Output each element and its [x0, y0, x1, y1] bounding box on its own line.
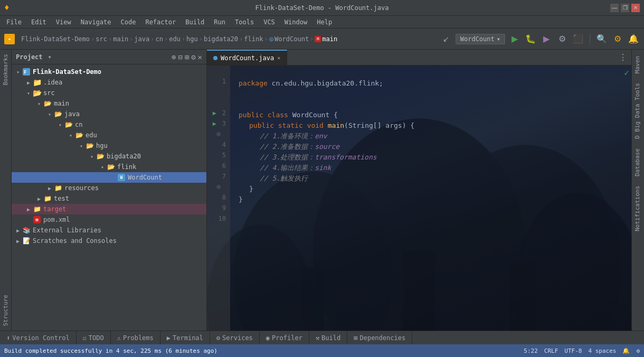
- right-panel-bigdata[interactable]: D Big Data Tools: [632, 79, 644, 143]
- wordcount-file-icon: W: [117, 173, 126, 182]
- coverage-button[interactable]: ▶: [540, 33, 553, 45]
- tree-label-target: target: [43, 205, 66, 213]
- tree-arrow-main: ▾: [35, 99, 43, 108]
- tree-item-test[interactable]: ▶ 📁 test: [12, 193, 206, 204]
- run-config-dropdown[interactable]: WordCount ▾: [456, 34, 505, 44]
- panel-hide-icon[interactable]: ✕: [198, 53, 202, 61]
- code-line-main: public static void main ( String [] args…: [239, 120, 623, 131]
- editor-tab-wordcount[interactable]: WordCount.java ✕: [207, 50, 287, 65]
- menu-refactor[interactable]: Refactor: [141, 17, 180, 27]
- menu-vcs[interactable]: VCS: [259, 17, 279, 27]
- run-button[interactable]: ▶: [508, 33, 521, 45]
- bottom-tab-profiler[interactable]: ◉ Profiler: [260, 331, 309, 344]
- menu-navigate[interactable]: Navigate: [77, 17, 116, 27]
- collapse-all-icon[interactable]: ⊞: [185, 53, 189, 61]
- tree-item-cn[interactable]: ▾ 📂 cn: [12, 119, 206, 130]
- tree-item-flink[interactable]: ▾ 📂 flink: [12, 162, 206, 172]
- breadcrumb-method[interactable]: main: [322, 35, 337, 43]
- breadcrumb-hgu[interactable]: hgu: [186, 35, 198, 43]
- tree-item-pom[interactable]: ▶ m pom.xml: [12, 214, 206, 225]
- code-content[interactable]: ✓ package cn.edu.hgu.bigdata20.flink; pu…: [230, 65, 631, 331]
- breadcrumb-java[interactable]: java: [134, 35, 149, 43]
- breadcrumb-src[interactable]: src: [96, 35, 107, 43]
- bottom-tab-services[interactable]: ⚙ Services: [210, 331, 260, 344]
- tree-item-src[interactable]: ▾ 📂 src: [12, 88, 206, 98]
- tree-item-ext-libs[interactable]: ▶ 📚 External Libraries: [12, 225, 206, 236]
- tree-item-edu[interactable]: ▾ 📂 edu: [12, 130, 206, 140]
- tree-item-wordcount[interactable]: ▶ W WordCount: [12, 172, 206, 183]
- menu-run[interactable]: Run: [210, 17, 230, 27]
- status-line-col[interactable]: 5:22: [524, 347, 538, 354]
- right-panel-notifications[interactable]: Notifications: [632, 182, 644, 236]
- close-button[interactable]: ✕: [631, 4, 640, 12]
- menu-edit[interactable]: Edit: [27, 17, 51, 27]
- breadcrumb-flink[interactable]: flink: [244, 35, 263, 43]
- code-editor[interactable]: 1 ▶ 2 ▶ 3 4 5 6 7 8 9 10: [207, 65, 631, 331]
- tree-item-java-dir[interactable]: ▾ 📂 java: [12, 109, 206, 119]
- status-bar: Build completed successfully in 4 sec, 2…: [0, 344, 644, 357]
- project-dropdown-arrow[interactable]: ▾: [48, 53, 52, 61]
- breadcrumb-wordcount[interactable]: WordCount: [274, 35, 309, 43]
- breadcrumb-bigdata20[interactable]: bigdata20: [204, 35, 238, 43]
- menu-view[interactable]: View: [52, 17, 75, 27]
- tree-label-cn: cn: [75, 121, 82, 128]
- tree-item-resources[interactable]: ▶ 📁 resources: [12, 183, 206, 193]
- tree-item-scratches[interactable]: ▶ 📝 Scratches and Consoles: [12, 236, 206, 246]
- profile-button[interactable]: ⚙: [556, 33, 569, 45]
- stop-button[interactable]: ⬛: [572, 33, 584, 45]
- bottom-tab-build[interactable]: ⚒ Build: [309, 331, 347, 344]
- tree-item-hgu[interactable]: ▾ 📂 hgu: [12, 140, 206, 151]
- tree-arrow-pom: ▶: [24, 215, 33, 224]
- notifications-button[interactable]: 🔔: [627, 33, 640, 45]
- tree-item-target[interactable]: ▶ 📁 target: [12, 204, 206, 214]
- expand-all-icon[interactable]: ⊟: [178, 53, 182, 61]
- tree-item-idea[interactable]: ▶ 📁 .idea: [12, 77, 206, 88]
- breadcrumb-main[interactable]: main: [113, 35, 128, 43]
- menu-window[interactable]: Window: [280, 17, 311, 27]
- menu-code[interactable]: Code: [117, 17, 140, 27]
- tree-item-root[interactable]: ▾ F Flink-DataSet-Demo: [12, 67, 206, 77]
- title-bar-controls[interactable]: — ❐ ✕: [610, 4, 640, 12]
- panel-settings-icon[interactable]: ⚙: [191, 53, 195, 61]
- breadcrumb-project[interactable]: Flink-DataSet-Demo: [21, 35, 90, 43]
- bottom-tab-terminal[interactable]: ▶ Terminal: [160, 331, 210, 344]
- tree-item-bigdata20[interactable]: ▾ 📂 bigdata20: [12, 151, 206, 162]
- bottom-tab-version-control[interactable]: ⬆ Version Control: [0, 331, 77, 344]
- status-git-icon[interactable]: ⚙: [636, 347, 640, 354]
- menu-tools[interactable]: Tools: [231, 17, 258, 27]
- toolbar-right: ↙ WordCount ▾ ▶ 🐛 ▶ ⚙ ⬛ 🔍 ⚙ 🔔: [440, 33, 640, 45]
- status-notifications-icon[interactable]: 🔔: [622, 347, 630, 354]
- run-arrow-method[interactable]: ▶: [213, 118, 216, 129]
- bottom-tab-todo[interactable]: ☑ TODO: [77, 331, 111, 344]
- status-line-sep[interactable]: CRLF: [544, 347, 558, 354]
- menu-build[interactable]: Build: [181, 17, 209, 27]
- breadcrumb-cn[interactable]: cn: [155, 35, 163, 43]
- minimize-button[interactable]: —: [610, 4, 619, 12]
- run-arrow-class[interactable]: ▶: [213, 108, 216, 118]
- debug-button[interactable]: 🐛: [524, 33, 537, 45]
- tab-close-button[interactable]: ✕: [277, 55, 280, 61]
- tree-item-main[interactable]: ▾ 📂 main: [12, 98, 206, 109]
- locate-file-icon[interactable]: ⊕: [172, 53, 176, 61]
- sidebar-item-bookmarks[interactable]: Bookmarks: [0, 50, 11, 90]
- status-indent[interactable]: 4 spaces: [588, 347, 616, 354]
- restore-button[interactable]: ❐: [621, 4, 629, 12]
- tab-actions[interactable]: ⋮: [614, 50, 631, 65]
- status-encoding[interactable]: UTF-8: [564, 347, 582, 354]
- bottom-tab-problems[interactable]: ⚠ Problems: [111, 331, 160, 344]
- sidebar-item-structure[interactable]: Structure: [0, 290, 11, 331]
- bottom-tab-dependencies[interactable]: ⊞ Dependencies: [347, 331, 412, 344]
- tree-arrow-root: ▾: [14, 68, 22, 76]
- toolbar-vcs-update[interactable]: ↙: [440, 33, 452, 45]
- tree-label-bigdata20: bigdata20: [107, 153, 141, 160]
- project-icon: F: [22, 68, 31, 76]
- breadcrumb-edu[interactable]: edu: [169, 35, 181, 43]
- right-panel-database[interactable]: Database: [632, 144, 644, 181]
- search-everywhere[interactable]: 🔍: [595, 33, 608, 45]
- right-panel-maven[interactable]: Maven: [632, 52, 644, 78]
- menu-file[interactable]: File: [2, 17, 26, 27]
- menu-help[interactable]: Help: [312, 17, 336, 27]
- settings-button[interactable]: ⚙: [611, 33, 624, 45]
- code-line-c2: // 2.准备数据： source: [239, 142, 623, 152]
- gutter-line-5: 5: [222, 150, 226, 161]
